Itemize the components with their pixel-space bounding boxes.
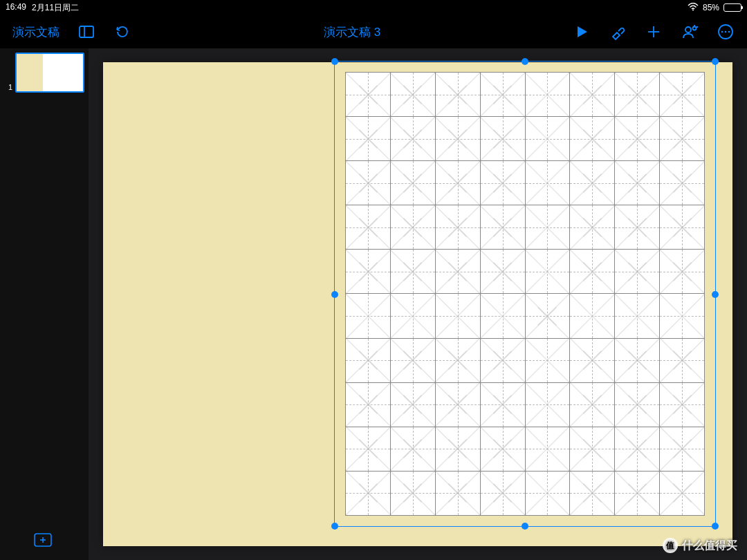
status-bar: 16:49 2月11日周二 85% xyxy=(0,0,747,15)
resize-handle-bottom-left[interactable] xyxy=(331,523,338,530)
document-title[interactable]: 演示文稿 3 xyxy=(324,24,380,40)
slide-thumbnail[interactable]: 1 xyxy=(0,51,89,94)
svg-point-0 xyxy=(692,9,694,10)
add-slide-button[interactable] xyxy=(33,532,89,552)
svg-rect-1 xyxy=(80,26,93,37)
workspace: 1 xyxy=(0,48,747,560)
slide[interactable] xyxy=(103,62,732,546)
battery-icon xyxy=(723,3,741,12)
resize-handle-top-middle[interactable] xyxy=(522,58,528,65)
resize-handle-bottom-right[interactable] xyxy=(712,523,719,530)
resize-handle-middle-left[interactable] xyxy=(331,291,338,298)
watermark-text: 什么值得买 xyxy=(682,539,737,553)
canvas[interactable]: 值 什么值得买 xyxy=(89,48,747,560)
svg-point-11 xyxy=(725,31,727,33)
svg-point-12 xyxy=(728,31,730,33)
slide-number: 1 xyxy=(3,83,12,93)
resize-handle-top-right[interactable] xyxy=(712,58,719,65)
play-icon[interactable] xyxy=(573,23,591,41)
undo-icon[interactable] xyxy=(113,23,131,41)
svg-point-10 xyxy=(721,31,723,33)
watermark: 值 什么值得买 xyxy=(663,538,737,553)
status-date: 2月11日周二 xyxy=(32,2,79,14)
slide-panel: 1 xyxy=(0,48,89,560)
status-time: 16:49 xyxy=(6,2,26,14)
svg-point-5 xyxy=(685,27,691,32)
resize-handle-bottom-middle[interactable] xyxy=(522,523,528,530)
battery-percent: 85% xyxy=(703,3,719,12)
back-button[interactable]: 演示文稿 xyxy=(12,24,59,40)
add-icon[interactable] xyxy=(645,23,663,41)
sidebar-toggle-icon[interactable] xyxy=(77,23,95,41)
grid-image[interactable] xyxy=(345,72,705,516)
collaborate-icon[interactable] xyxy=(681,23,699,41)
thumbnail-preview xyxy=(15,53,84,93)
format-brush-icon[interactable] xyxy=(609,23,627,41)
more-icon[interactable] xyxy=(717,23,735,41)
wifi-icon xyxy=(688,3,699,13)
watermark-badge: 值 xyxy=(663,538,678,553)
selected-object[interactable] xyxy=(334,51,716,527)
resize-handle-middle-right[interactable] xyxy=(712,291,719,298)
toolbar: 演示文稿 演示文稿 3 xyxy=(0,15,747,48)
svg-point-6 xyxy=(693,27,697,30)
resize-handle-top-left[interactable] xyxy=(331,58,338,65)
